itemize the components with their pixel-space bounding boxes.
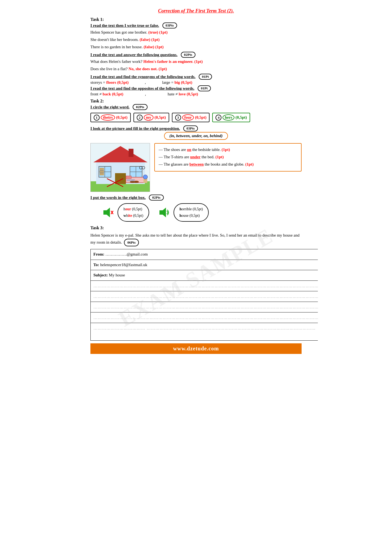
section1-lines: Helen Spencer has got one brother. (true… xyxy=(90,29,302,50)
sound-pts: 02Pts xyxy=(149,195,164,201)
prep-sentence-3: — The glasses are between the books and … xyxy=(159,161,297,167)
prep-word-between: between xyxy=(190,162,204,166)
page-title: Correction of The First Term Test (2). xyxy=(90,8,302,14)
circle-label: I circle the right word. xyxy=(90,105,129,109)
prep-content: — The shoes are on the bedside table. (1… xyxy=(90,143,302,192)
svg-rect-4 xyxy=(129,149,133,157)
prep-sentence-2: — The T-shirts are under the bed. (1pt) xyxy=(159,154,297,160)
prep-pts-3: (1pt) xyxy=(245,162,254,166)
prep-pts: 03Pts xyxy=(183,125,198,131)
footer-url: www.dzetude.com xyxy=(173,346,219,351)
preposition-section: I look at the picture and fill in the ri… xyxy=(90,125,302,192)
section3-header: I read the text and find the synonyms of… xyxy=(90,74,302,80)
email-table: From: …………….@gmail.com To: helenspencer1… xyxy=(90,249,318,341)
task3-intro-text: Helen Spencer is my e-pal. She asks me t… xyxy=(90,233,299,245)
sound-group-2: horrible (0,5pt) house (0,5pt) xyxy=(157,203,209,222)
section3-pts: 01Pt xyxy=(199,74,212,80)
task3-label: Task 3: xyxy=(90,225,302,230)
q-line-2: Does she live in a flat? No, she does no… xyxy=(90,66,302,72)
q-answer-2: No, she does not. (1pt) xyxy=(129,67,167,71)
prep-word-box: (in, between, under, on, behind) xyxy=(164,132,228,140)
muted-speaker-icon xyxy=(101,206,114,219)
svg-rect-10 xyxy=(100,170,104,171)
section4-label: I read the text and find the opposites o… xyxy=(90,86,194,91)
section4-pts: 01Pt xyxy=(198,85,211,91)
prep-label: I look at the picture and fill in the ri… xyxy=(90,126,180,131)
email-from-cell: From: …………….@gmail.com xyxy=(91,249,318,260)
tf-answer-3: (false) (1pt) xyxy=(144,45,164,49)
section2-header: I read the text and answer the following… xyxy=(90,52,302,58)
prep-header: I look at the picture and fill in the ri… xyxy=(90,125,302,131)
sound-word-2b: house (0,5pt) xyxy=(179,212,203,219)
circle-item-4: 4 hers (0,5pt) xyxy=(212,113,250,122)
svg-rect-9 xyxy=(100,168,104,175)
section2-label: I read the text and answer the following… xyxy=(90,53,178,57)
task3-intro: Helen Spencer is my e-pal. She asks me t… xyxy=(90,232,302,247)
circle-word-1: theirs xyxy=(101,114,115,121)
task3-container: Task 3: Helen Spencer is my e-pal. She a… xyxy=(90,225,302,341)
task3-pts: 06Pts xyxy=(124,239,139,246)
svg-marker-27 xyxy=(103,208,110,217)
section1-pts: 03Pts xyxy=(162,22,177,28)
sound-words-1: hour (0,5pt) white (0,5pt) xyxy=(117,203,149,222)
email-dots-4: …………………………………………………………………………………………………………… xyxy=(91,312,318,323)
email-dots-2: …………………………………………………………………………………………………………… xyxy=(91,291,318,302)
circle-num-3: 3 xyxy=(175,115,181,121)
email-from-label: From: xyxy=(93,252,104,256)
synonym-right: large = big (0,5pt) xyxy=(162,80,192,85)
circle-item-2: 2 my (0,5pt) xyxy=(133,113,169,122)
email-to-row: To: helenspencer18@fastmail.uk xyxy=(91,260,318,270)
email-dots-row-4: …………………………………………………………………………………………………………… xyxy=(91,312,318,323)
prep-pts-1: (1pt) xyxy=(222,147,230,152)
sound-group-1: hour (0,5pt) white (0,5pt) xyxy=(101,203,149,222)
email-dots-3: …………………………………………………………………………………………………………… xyxy=(91,302,318,312)
svg-rect-19 xyxy=(127,179,135,181)
circle-num-1: 1 xyxy=(94,115,100,121)
opposite-left-ans: back (0,5pt) xyxy=(103,92,123,96)
email-to-label: To: xyxy=(93,263,99,267)
sound-header: I put the words in the right box. 02Pts xyxy=(90,195,302,201)
opposite-right-ans: love (0,5pt) xyxy=(179,92,198,96)
prep-sentence-1: — The shoes are on the bedside table. (1… xyxy=(159,146,297,153)
task1-label: Task 1: xyxy=(90,17,302,22)
email-dots-row-2: …………………………………………………………………………………………………………… xyxy=(91,291,318,302)
circle-pts-4: (0,5pt) xyxy=(236,115,247,120)
opposites-row: front ≠ back (0,5pt) , hate ≠ love (0,5p… xyxy=(90,92,302,96)
task2-container: Task 2: I circle the right word. 02Pts 1… xyxy=(90,99,302,222)
circle-pts-2: (0,5pt) xyxy=(155,115,166,120)
circle-pts: 02Pts xyxy=(133,104,147,110)
synonym-left-ans: floors (0,5pt) xyxy=(106,80,129,85)
circle-pts-1: (0,5pt) xyxy=(116,115,128,120)
sound-section-container: I put the words in the right box. 02Pts … xyxy=(90,195,302,222)
opposite-left: front ≠ back (0,5pt) xyxy=(90,92,123,96)
section2-lines: What does Helen's father work? Helen's f… xyxy=(90,58,302,72)
email-subject-cell: Subject: My house xyxy=(91,270,318,281)
svg-marker-30 xyxy=(159,208,166,217)
circle-num-4: 4 xyxy=(215,115,221,121)
circle-num-2: 2 xyxy=(137,115,143,121)
prep-sentences-box: — The shoes are on the bedside table. (1… xyxy=(154,143,302,172)
sound-word-1b: white (0,5pt) xyxy=(123,212,143,219)
q-answer-1: Helen's father is an engineer. (1pt) xyxy=(143,59,203,64)
speaker-icon xyxy=(157,206,170,219)
email-dots-row-5: ……………………………… ………………………………………………………………………… xyxy=(91,323,318,340)
circle-item-3: 3 four (0,5pt) xyxy=(172,113,210,122)
synonym-sep: , xyxy=(145,80,146,85)
email-from-row: From: …………….@gmail.com xyxy=(91,249,318,260)
circle-word-4: hers xyxy=(223,114,234,121)
section4-header: I read the text and find the opposites o… xyxy=(90,85,302,91)
synonym-left: storeys = floors (0,5pt) xyxy=(90,80,129,85)
svg-rect-16 xyxy=(126,176,131,179)
email-to-cell: To: helenspencer18@fastmail.uk xyxy=(91,260,318,270)
circle-pts-3: (0,5pt) xyxy=(195,115,206,120)
section1-header: I read the text then I write true or fal… xyxy=(90,22,302,28)
email-subject-row: Subject: My house xyxy=(91,270,318,281)
section2-pts: 02Pts xyxy=(181,52,195,58)
email-from-value: …………….@gmail.com xyxy=(105,252,148,256)
prep-pts-2: (1pt) xyxy=(215,155,224,159)
email-dots-1: …………………………………………………………………………………………………………… xyxy=(91,280,318,291)
circle-word-2: my xyxy=(144,114,153,121)
svg-point-21 xyxy=(143,175,148,179)
tf-line-1: Helen Spencer has got one brother. (true… xyxy=(90,29,302,36)
opposite-sep: , xyxy=(145,92,146,96)
